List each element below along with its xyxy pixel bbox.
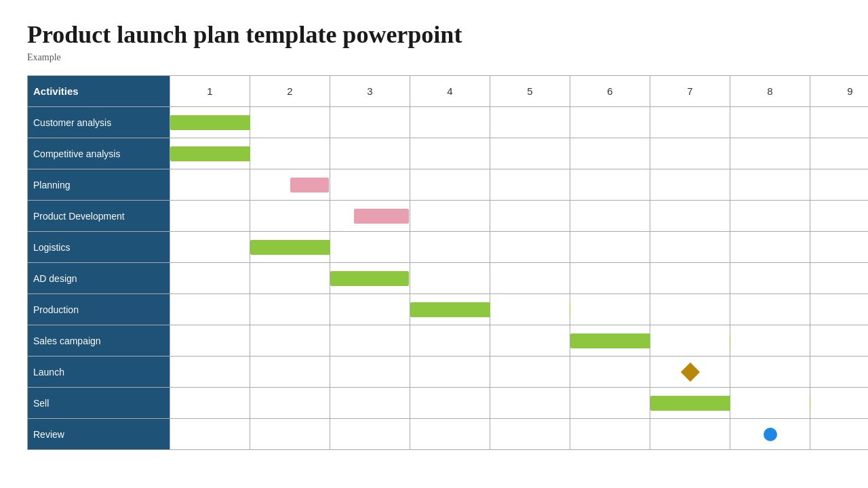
col-header-5: 5 xyxy=(490,76,570,107)
cell-r10-c1 xyxy=(170,419,250,450)
cell-r9-c4 xyxy=(410,388,490,419)
cell-r3-c3 xyxy=(330,201,410,232)
table-row: AD design xyxy=(28,263,869,294)
cell-r6-c2 xyxy=(250,294,330,325)
table-row: Review xyxy=(28,419,869,450)
cell-r5-c8 xyxy=(730,263,810,294)
activity-label-0: Customer analysis xyxy=(28,107,170,138)
cell-r0-c2 xyxy=(250,107,330,138)
cell-r0-c9 xyxy=(810,107,869,138)
col-header-9: 9 xyxy=(810,76,869,107)
cell-r9-c6 xyxy=(570,388,650,419)
cell-r5-c4 xyxy=(410,263,490,294)
cell-r8-c2 xyxy=(250,357,330,388)
diamond-marker xyxy=(680,363,699,382)
cell-r6-c8 xyxy=(730,294,810,325)
cell-r5-c9 xyxy=(810,263,869,294)
cell-r8-c1 xyxy=(170,357,250,388)
table-row: Production xyxy=(28,294,869,325)
cell-r2-c5 xyxy=(490,169,570,201)
cell-r2-c8 xyxy=(730,169,810,201)
cell-r0-c6 xyxy=(570,107,650,138)
cell-r1-c1 xyxy=(170,138,250,169)
cell-r9-c8 xyxy=(730,388,810,419)
table-row: Sales campaign xyxy=(28,325,869,357)
cell-r5-c2 xyxy=(250,263,330,294)
activity-label-5: AD design xyxy=(28,263,170,294)
cell-r8-c6 xyxy=(570,357,650,388)
col-header-2: 2 xyxy=(250,76,330,107)
table-row: Planning xyxy=(28,169,869,201)
cell-r7-c8 xyxy=(730,325,810,357)
page-subtitle: Example xyxy=(27,52,841,63)
cell-r7-c2 xyxy=(250,325,330,357)
cell-r1-c2 xyxy=(250,138,330,169)
cell-r7-c9 xyxy=(810,325,869,357)
cell-r4-c9 xyxy=(810,232,869,263)
cell-r9-c3 xyxy=(330,388,410,419)
cell-r5-c1 xyxy=(170,263,250,294)
cell-r4-c8 xyxy=(730,232,810,263)
cell-r4-c3 xyxy=(330,232,410,263)
activity-label-2: Planning xyxy=(28,169,170,201)
cell-r7-c7 xyxy=(650,325,730,357)
cell-r6-c4 xyxy=(410,294,490,325)
cell-r6-c5 xyxy=(490,294,570,325)
cell-r3-c8 xyxy=(730,201,810,232)
cell-r1-c7 xyxy=(650,138,730,169)
col-header-6: 6 xyxy=(570,76,650,107)
cell-r7-c6 xyxy=(570,325,650,357)
activity-label-9: Sell xyxy=(28,388,170,419)
cell-r2-c7 xyxy=(650,169,730,201)
cell-r1-c4 xyxy=(410,138,490,169)
cell-r3-c7 xyxy=(650,201,730,232)
cell-r10-c2 xyxy=(250,419,330,450)
cell-r0-c4 xyxy=(410,107,490,138)
col-header-7: 7 xyxy=(650,76,730,107)
cell-r6-c7 xyxy=(650,294,730,325)
cell-r10-c4 xyxy=(410,419,490,450)
cell-r3-c6 xyxy=(570,201,650,232)
cell-r0-c8 xyxy=(730,107,810,138)
table-row: Product Development xyxy=(28,201,869,232)
cell-r10-c3 xyxy=(330,419,410,450)
table-row: Customer analysis xyxy=(28,107,869,138)
activity-label-3: Product Development xyxy=(28,201,170,232)
cell-r10-c8 xyxy=(730,419,810,450)
activity-label-7: Sales campaign xyxy=(28,325,170,357)
cell-r5-c5 xyxy=(490,263,570,294)
col-header-8: 8 xyxy=(730,76,810,107)
cell-r6-c3 xyxy=(330,294,410,325)
cell-r4-c6 xyxy=(570,232,650,263)
cell-r4-c1 xyxy=(170,232,250,263)
cell-r0-c3 xyxy=(330,107,410,138)
cell-r9-c5 xyxy=(490,388,570,419)
cell-r2-c3 xyxy=(330,169,410,201)
cell-r4-c7 xyxy=(650,232,730,263)
cell-r5-c7 xyxy=(650,263,730,294)
cell-r8-c8 xyxy=(730,357,810,388)
cell-r1-c5 xyxy=(490,138,570,169)
cell-r2-c4 xyxy=(410,169,490,201)
cell-r9-c1 xyxy=(170,388,250,419)
activity-label-1: Competitive analysis xyxy=(28,138,170,169)
cell-r1-c9 xyxy=(810,138,869,169)
cell-r5-c3 xyxy=(330,263,410,294)
cell-r9-c9 xyxy=(810,388,869,419)
activity-label-6: Production xyxy=(28,294,170,325)
cell-r3-c2 xyxy=(250,201,330,232)
page-title: Product launch plan template powerpoint xyxy=(27,20,841,49)
cell-r0-c1 xyxy=(170,107,250,138)
col-header-4: 4 xyxy=(410,76,490,107)
cell-r8-c4 xyxy=(410,357,490,388)
cell-r3-c4 xyxy=(410,201,490,232)
circle-marker xyxy=(764,428,777,441)
cell-r4-c2 xyxy=(250,232,330,263)
cell-r2-c6 xyxy=(570,169,650,201)
cell-r3-c1 xyxy=(170,201,250,232)
table-row: Logistics xyxy=(28,232,869,263)
cell-r4-c5 xyxy=(490,232,570,263)
cell-r1-c3 xyxy=(330,138,410,169)
cell-r9-c7 xyxy=(650,388,730,419)
cell-r6-c9 xyxy=(810,294,869,325)
